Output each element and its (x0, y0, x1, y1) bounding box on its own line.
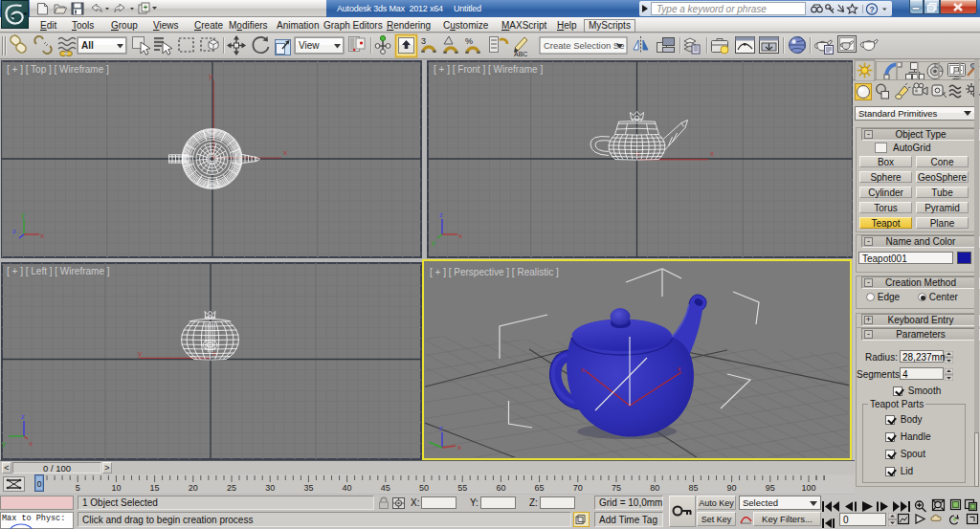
svg-text:55: 55 (457, 483, 467, 493)
svg-text:z: z (439, 424, 443, 432)
svg-text:35: 35 (303, 483, 313, 493)
svg-text:All: All (81, 40, 94, 51)
svg-text:z: z (439, 210, 443, 219)
svg-text:5: 5 (76, 483, 80, 493)
svg-text:75: 75 (612, 483, 621, 493)
svg-text:80: 80 (650, 483, 659, 493)
svg-text:y: y (21, 210, 25, 219)
svg-text:40: 40 (343, 483, 352, 493)
svg-text:65: 65 (535, 483, 545, 493)
svg-text:y: y (2, 439, 6, 448)
svg-text:Standard Primitives: Standard Primitives (858, 108, 938, 119)
svg-text:60: 60 (496, 483, 505, 493)
svg-text:0: 0 (37, 479, 42, 489)
svg-text:y: y (209, 72, 212, 80)
svg-text:z: z (21, 412, 25, 421)
svg-text:x: x (678, 365, 681, 372)
svg-text:x: x (710, 149, 714, 158)
svg-text:y: y (138, 349, 142, 358)
svg-text:100: 100 (801, 483, 815, 493)
svg-text:25: 25 (227, 483, 236, 493)
svg-text:50: 50 (419, 483, 429, 493)
svg-text:10: 10 (111, 483, 121, 493)
svg-text:85: 85 (688, 483, 698, 493)
svg-text:95: 95 (766, 483, 775, 493)
svg-text:z: z (12, 227, 16, 235)
svg-text:ABC: ABC (514, 51, 527, 57)
svg-text:90: 90 (727, 483, 737, 493)
svg-text:x: x (283, 148, 287, 157)
svg-text:y: y (432, 238, 435, 247)
svg-text:70: 70 (573, 483, 583, 493)
svg-text:20: 20 (189, 483, 198, 493)
svg-text:15: 15 (150, 483, 160, 493)
svg-text:x: x (458, 231, 462, 240)
svg-text:View: View (299, 40, 320, 51)
svg-text:x: x (457, 443, 461, 452)
svg-text:x: x (581, 366, 585, 373)
svg-text:%: % (465, 36, 473, 46)
svg-text:Create Selection Se: Create Selection Se (544, 40, 625, 51)
svg-text:?: ? (869, 5, 874, 14)
svg-text:30: 30 (265, 483, 275, 493)
svg-text:x: x (29, 439, 33, 448)
svg-text:45: 45 (381, 483, 390, 493)
svg-text:x: x (40, 231, 44, 240)
svg-text:3: 3 (421, 36, 426, 46)
